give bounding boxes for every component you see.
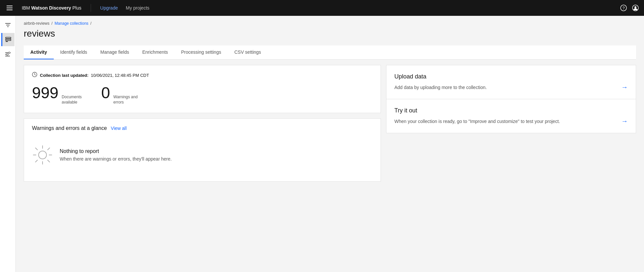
sun-icon <box>32 144 53 166</box>
nav-icons: ? <box>620 5 639 11</box>
documents-count: 999 <box>32 85 58 101</box>
try-it-out-card[interactable]: Try it out When your collection is ready… <box>386 99 636 133</box>
upload-arrow-icon: → <box>621 83 628 91</box>
tab-enrichments[interactable]: Enrichments <box>136 45 174 59</box>
svg-rect-12 <box>5 56 10 56</box>
svg-point-24 <box>39 151 46 159</box>
svg-rect-9 <box>6 41 8 42</box>
nothing-title: Nothing to report <box>60 148 172 154</box>
nothing-to-report: Nothing to report When there are warning… <box>32 139 373 171</box>
user-icon[interactable] <box>632 5 639 11</box>
clock-icon <box>32 72 37 78</box>
tab-identify-fields[interactable]: Identify fields <box>54 45 94 59</box>
documents-stat: 999 Documents available <box>32 85 88 105</box>
svg-line-21 <box>48 160 50 162</box>
main-content: airbnb-reviews / Manage collections / re… <box>16 16 644 272</box>
nav-divider <box>91 4 91 12</box>
left-column: Collection last updated: 10/06/2021, 12:… <box>24 65 381 182</box>
sidebar <box>0 16 16 272</box>
breadcrumb: airbnb-reviews / Manage collections / <box>24 21 636 26</box>
svg-point-13 <box>8 52 10 54</box>
svg-rect-5 <box>6 25 10 25</box>
last-updated-value: 10/06/2021, 12:48:45 PM CDT <box>91 73 149 78</box>
breadcrumb-sep1: / <box>51 21 52 26</box>
hamburger-menu[interactable] <box>5 4 14 12</box>
sidebar-item-collections[interactable] <box>1 33 15 46</box>
upload-description: Add data by uploading more to the collec… <box>394 84 628 91</box>
tab-processing-settings[interactable]: Processing settings <box>174 45 228 59</box>
tab-csv-settings[interactable]: CSV settings <box>228 45 268 59</box>
last-updated-label: Collection last updated: 10/06/2021, 12:… <box>40 73 149 78</box>
svg-point-3 <box>634 6 636 8</box>
svg-point-14 <box>6 54 8 55</box>
content-grid: Collection last updated: 10/06/2021, 12:… <box>24 60 636 182</box>
tab-activity[interactable]: Activity <box>24 45 54 59</box>
upload-title: Upload data <box>394 73 628 80</box>
warnings-label: Warnings and errors <box>113 95 140 105</box>
warnings-title: Warnings and errors at a glance <box>32 125 107 131</box>
help-icon[interactable]: ? <box>620 5 627 11</box>
try-title: Try it out <box>394 107 628 114</box>
app-brand: IBM Watson Discovery Plus <box>22 5 81 11</box>
breadcrumb-manage-collections[interactable]: Manage collections <box>54 21 88 26</box>
last-updated-row: Collection last updated: 10/06/2021, 12:… <box>32 72 373 78</box>
svg-rect-6 <box>7 26 9 27</box>
warnings-header: Warnings and errors at a glance View all <box>32 125 373 131</box>
breadcrumb-sep2: / <box>90 21 91 26</box>
nothing-text: Nothing to report When there are warning… <box>60 148 172 162</box>
stats-row: 999 Documents available 0 Warnings and e… <box>32 85 373 105</box>
sidebar-item-filters[interactable] <box>1 18 15 32</box>
app-layout: airbnb-reviews / Manage collections / re… <box>0 16 644 272</box>
collection-status-card: Collection last updated: 10/06/2021, 12:… <box>24 65 381 113</box>
view-all-link[interactable]: View all <box>111 126 127 131</box>
svg-text:?: ? <box>623 6 625 11</box>
breadcrumb-root: airbnb-reviews <box>24 21 49 26</box>
my-projects-link[interactable]: My projects <box>126 5 149 11</box>
page-title: reviews <box>24 28 636 39</box>
warnings-card: Warnings and errors at a glance View all <box>24 118 381 182</box>
svg-rect-4 <box>5 23 11 24</box>
tab-manage-fields[interactable]: Manage fields <box>94 45 136 59</box>
try-description: When your collection is ready, go to "Im… <box>394 118 628 125</box>
upgrade-link[interactable]: Upgrade <box>100 5 118 11</box>
top-navigation: IBM Watson Discovery Plus Upgrade My pro… <box>0 0 644 16</box>
svg-rect-7 <box>6 37 11 39</box>
svg-line-22 <box>48 148 50 150</box>
tabs-bar: Activity Identify fields Manage fields E… <box>24 45 636 60</box>
documents-label: Documents available <box>62 95 88 105</box>
warnings-stat: 0 Warnings and errors <box>101 85 140 105</box>
warnings-count: 0 <box>101 85 110 101</box>
try-arrow-icon: → <box>621 117 628 125</box>
upload-data-card[interactable]: Upload data Add data by uploading more t… <box>386 65 636 99</box>
svg-rect-8 <box>6 39 11 41</box>
sidebar-item-settings[interactable] <box>1 47 15 61</box>
svg-line-23 <box>36 160 38 162</box>
right-panel: Upload data Add data by uploading more t… <box>386 65 636 182</box>
nothing-description: When there are warnings or errors, they'… <box>60 156 172 162</box>
svg-line-20 <box>36 148 38 150</box>
